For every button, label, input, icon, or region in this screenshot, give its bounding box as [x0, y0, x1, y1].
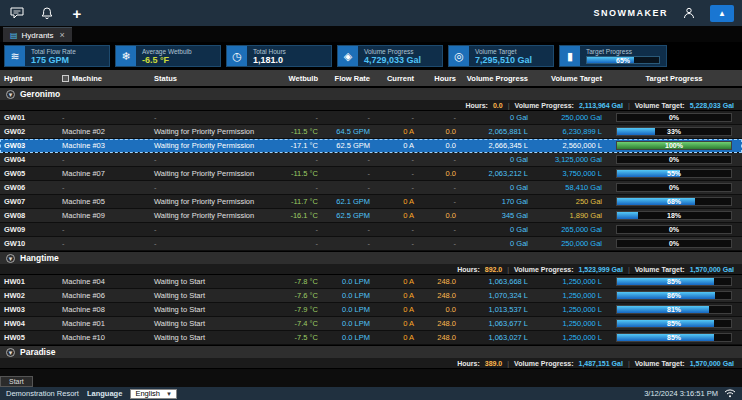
stat-label: Average Wetbulb	[142, 48, 192, 55]
cell-hydrant: GW01	[0, 113, 58, 122]
progress-bar: 0%	[616, 183, 732, 192]
progress-bar: 0%	[616, 155, 732, 164]
progress-bar: 81%	[616, 305, 732, 314]
stat-card: ≋ Total Flow Rate 175 GPM	[4, 45, 110, 67]
progress-bar: 33%	[616, 127, 732, 136]
resort-name: Demonstration Resort	[6, 389, 79, 398]
table-row[interactable]: GW09 - - - - - - 0 Gal 265,000 Gal 0%	[0, 223, 742, 237]
table-body: ▾ Geronimo Hours:0.0|Volume Progress:2,1…	[0, 87, 742, 369]
cell-target-progress: 85%	[606, 319, 742, 328]
cell-hours: -	[418, 197, 460, 206]
table-row[interactable]: GW08 Machine #09 Waiting for Priority Pe…	[0, 209, 742, 223]
cell-volume-progress: 0 Gal	[460, 113, 532, 122]
table-row[interactable]: GW05 Machine #07 Waiting for Priority Pe…	[0, 167, 742, 181]
table-row[interactable]: HW05 Machine #10 Waiting to Start -7.5 °…	[0, 331, 742, 345]
table-row[interactable]: GW07 Machine #05 Waiting for Priority Pe…	[0, 195, 742, 209]
table-row[interactable]: GW01 - - - - - - 0 Gal 250,000 Gal 0%	[0, 111, 742, 125]
group-rows: GW01 - - - - - - 0 Gal 250,000 Gal 0% GW…	[0, 111, 742, 251]
tab-close-icon[interactable]: ×	[60, 30, 65, 40]
progress-bar-label: 0%	[617, 184, 731, 191]
collapse-chevron-icon[interactable]: ▾	[6, 348, 15, 357]
tab-hydrants[interactable]: ▤ Hydrants ×	[3, 27, 72, 42]
stat-label: Volume Progress	[364, 48, 421, 55]
select-all-checkbox[interactable]	[62, 75, 69, 82]
cell-volume-progress: 1,063,677 L	[460, 319, 532, 328]
start-button[interactable]: Start	[0, 376, 33, 387]
table-row[interactable]: GW02 Machine #02 Waiting for Priority Pe…	[0, 125, 742, 139]
col-current[interactable]: Current	[374, 74, 418, 83]
language-select[interactable]: English ▼	[130, 389, 177, 399]
cell-hydrant: HW05	[0, 333, 58, 342]
group-header[interactable]: ▾ Paradise	[0, 345, 742, 358]
cell-target-progress: 85%	[606, 333, 742, 342]
stat-value: 7,295,510 Gal	[475, 55, 532, 65]
table-row[interactable]: GW03 Machine #03 Waiting for Priority Pe…	[0, 139, 742, 153]
progress-bar: 85%	[616, 319, 732, 328]
add-tab-icon[interactable]: +	[68, 4, 86, 22]
col-target-progress[interactable]: Target Progress	[606, 74, 742, 83]
stat-label: Total Hours	[253, 48, 286, 55]
cell-current: -	[374, 155, 418, 164]
progress-bar-label: 86%	[617, 292, 731, 299]
stat-icon: ▮	[560, 46, 580, 66]
col-wetbulb[interactable]: Wetbulb	[274, 74, 322, 83]
col-volume-progress[interactable]: Volume Progress	[460, 74, 532, 83]
stat-value: 1,181.0	[253, 55, 286, 65]
table-row[interactable]: GW04 - - - - - - 0 Gal 3,125,000 Gal 0%	[0, 153, 742, 167]
cell-hours: -	[418, 183, 460, 192]
group-header[interactable]: ▾ Geronimo	[0, 87, 742, 100]
progress-bar: 100%	[616, 141, 732, 150]
cell-target-progress: 68%	[606, 197, 742, 206]
cell-current: 0 A	[374, 211, 418, 220]
col-hydrant[interactable]: Hydrant	[0, 74, 58, 83]
table-row[interactable]: GW10 - - - - - - 0 Gal 250,000 Gal 0%	[0, 237, 742, 251]
stat-card: ❄ Average Wetbulb -6.5 °F	[115, 45, 221, 67]
col-flow-rate[interactable]: Flow Rate	[322, 74, 374, 83]
progress-bar-label: 100%	[617, 142, 731, 149]
cell-hours: -	[418, 155, 460, 164]
stat-label: Target Progress	[586, 48, 660, 55]
chat-icon[interactable]	[8, 4, 26, 22]
cell-target-progress: 0%	[606, 239, 742, 248]
cell-hours: 0.0	[418, 141, 460, 150]
table-row[interactable]: HW02 Machine #06 Waiting to Start -7.6 °…	[0, 289, 742, 303]
cell-wetbulb: -11.5 °C	[274, 169, 322, 178]
group-header[interactable]: ▾ Hangtime	[0, 251, 742, 264]
col-hours[interactable]: Hours	[418, 74, 460, 83]
cell-target-progress: 55%	[606, 169, 742, 178]
cell-status: Waiting to Start	[150, 277, 274, 286]
top-bar: + SNOWMAKER ▲	[0, 0, 742, 26]
stat-icon: ◷	[227, 46, 247, 66]
cell-machine: Machine #07	[58, 169, 150, 178]
cell-machine: Machine #10	[58, 333, 150, 342]
cell-flow-rate: 0.0 LPM	[322, 305, 374, 314]
collapse-chevron-icon[interactable]: ▾	[6, 254, 15, 263]
stats-row: ≋ Total Flow Rate 175 GPM ❄ Average Wetb…	[0, 42, 742, 70]
tab-label: Hydrants	[22, 31, 54, 40]
cell-hydrant: GW07	[0, 197, 58, 206]
cell-machine: Machine #06	[58, 291, 150, 300]
progress-bar: 86%	[616, 291, 732, 300]
col-status[interactable]: Status	[150, 74, 274, 83]
cell-volume-target: 3,750,000 L	[532, 169, 606, 178]
col-volume-target[interactable]: Volume Target	[532, 74, 606, 83]
stat-label: Volume Target	[475, 48, 532, 55]
table-row[interactable]: HW03 Machine #08 Waiting to Start -7.9 °…	[0, 303, 742, 317]
group-summary: Hours:0.0|Volume Progress:2,113,964 Gal|…	[0, 100, 742, 111]
table-row[interactable]: HW01 Machine #04 Waiting to Start -7.8 °…	[0, 275, 742, 289]
cell-volume-target: 250,000 Gal	[532, 239, 606, 248]
cell-hours: -	[418, 113, 460, 122]
cell-machine: -	[58, 183, 150, 192]
datetime: 3/12/2024 3:16:51 PM	[644, 389, 718, 398]
collapse-chevron-icon[interactable]: ▾	[6, 90, 15, 99]
table-row[interactable]: HW04 Machine #01 Waiting to Start -7.4 °…	[0, 317, 742, 331]
cell-current: -	[374, 169, 418, 178]
table-row[interactable]: GW06 - - - - - - 0 Gal 58,410 Gal 0%	[0, 181, 742, 195]
col-machine[interactable]: Machine	[58, 74, 150, 83]
user-icon[interactable]	[680, 4, 698, 22]
hydrant-group: ▾ Geronimo Hours:0.0|Volume Progress:2,1…	[0, 87, 742, 251]
cell-volume-progress: 170 Gal	[460, 197, 532, 206]
alarm-bell-icon[interactable]	[38, 4, 56, 22]
cell-hours: 0.0	[418, 305, 460, 314]
cell-wetbulb: -11.5 °C	[274, 127, 322, 136]
